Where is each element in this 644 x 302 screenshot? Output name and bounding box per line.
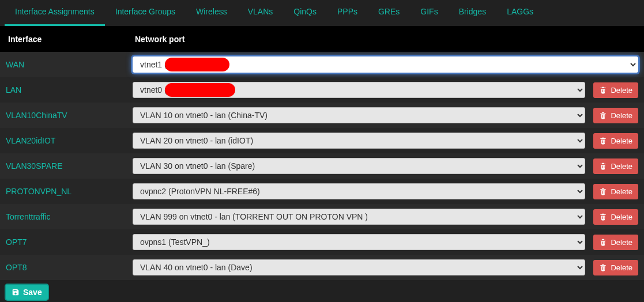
tab-interface-assignments[interactable]: Interface Assignments <box>5 0 105 26</box>
interface-link[interactable]: LAN <box>6 85 21 95</box>
trash-icon <box>599 187 607 195</box>
delete-button-label: Delete <box>611 187 632 196</box>
save-button-label: Save <box>23 288 42 297</box>
trash-icon <box>599 137 607 145</box>
interface-link[interactable]: VLAN30SPARE <box>6 161 63 171</box>
network-port-select[interactable]: ovpns1 (TestVPN_) <box>133 234 585 250</box>
tab-gres[interactable]: GREs <box>368 0 410 26</box>
table-row: LANvtnet0 (Delete <box>0 77 644 103</box>
table-row: TorrenttrafficVLAN 999 on vtnet0 - lan (… <box>0 204 644 229</box>
delete-button[interactable]: Delete <box>593 260 638 275</box>
interface-link[interactable]: PROTONVPN_NL <box>6 187 71 196</box>
delete-button[interactable]: Delete <box>593 209 638 225</box>
table-row: OPT8VLAN 40 on vtnet0 - lan (Dave)Delete <box>0 255 644 280</box>
delete-button[interactable]: Delete <box>593 82 638 98</box>
trash-icon <box>599 263 607 271</box>
delete-button[interactable]: Delete <box>593 133 638 149</box>
save-button[interactable]: Save <box>5 284 49 301</box>
network-port-select[interactable]: ovpnc2 (ProtonVPN NL-FREE#6) <box>133 183 585 199</box>
delete-button-label: Delete <box>611 86 632 95</box>
delete-button-label: Delete <box>611 162 632 171</box>
column-header-port: Network port <box>135 35 636 44</box>
delete-button-label: Delete <box>611 263 632 272</box>
delete-button[interactable]: Delete <box>593 108 638 123</box>
delete-button-label: Delete <box>611 238 632 247</box>
tab-laggs[interactable]: LAGGs <box>496 0 544 26</box>
save-icon <box>12 288 20 296</box>
table-header: Interface Network port <box>0 27 644 52</box>
tab-interface-groups[interactable]: Interface Groups <box>105 0 186 26</box>
network-port-select[interactable]: VLAN 999 on vtnet0 - lan (TORRENT OUT ON… <box>133 209 585 225</box>
table-row: WANvtnet1 ( <box>0 52 644 77</box>
interface-link[interactable]: WAN <box>6 60 24 69</box>
tabs-bar: Interface AssignmentsInterface GroupsWir… <box>0 0 644 27</box>
trash-icon <box>599 111 607 119</box>
network-port-select[interactable]: vtnet1 ( <box>133 56 638 73</box>
network-port-select[interactable]: VLAN 30 on vtnet0 - lan (Spare) <box>133 158 585 174</box>
tab-qinqs[interactable]: QinQs <box>283 0 327 26</box>
delete-button[interactable]: Delete <box>593 184 638 199</box>
tab-bridges[interactable]: Bridges <box>449 0 496 26</box>
trash-icon <box>599 162 607 170</box>
table-row: OPT7ovpns1 (TestVPN_)Delete <box>0 229 644 255</box>
network-port-select[interactable]: VLAN 40 on vtnet0 - lan (Dave) <box>133 259 585 275</box>
tab-vlans[interactable]: VLANs <box>238 0 284 26</box>
table-row: PROTONVPN_NLovpnc2 (ProtonVPN NL-FREE#6)… <box>0 179 644 204</box>
trash-icon <box>599 86 607 94</box>
tab-wireless[interactable]: Wireless <box>186 0 238 26</box>
interface-link[interactable]: Torrenttraffic <box>6 212 51 221</box>
network-port-select[interactable]: VLAN 20 on vtnet0 - lan (idIOT) <box>133 133 585 149</box>
table-row: VLAN20idIOTVLAN 20 on vtnet0 - lan (idIO… <box>0 128 644 153</box>
trash-icon <box>599 213 607 221</box>
table-row: VLAN10ChinaTVVLAN 10 on vtnet0 - lan (Ch… <box>0 103 644 128</box>
interface-link[interactable]: OPT8 <box>6 263 27 272</box>
interface-link[interactable]: VLAN10ChinaTV <box>6 111 67 120</box>
table-body: WANvtnet1 (LANvtnet0 (DeleteVLAN10ChinaT… <box>0 52 644 280</box>
interface-link[interactable]: VLAN20idIOT <box>6 136 55 145</box>
network-port-select[interactable]: VLAN 10 on vtnet0 - lan (China-TV) <box>133 107 585 123</box>
delete-button-label: Delete <box>611 111 632 120</box>
table-row: VLAN30SPAREVLAN 30 on vtnet0 - lan (Spar… <box>0 153 644 179</box>
tab-gifs[interactable]: GIFs <box>410 0 448 26</box>
delete-button-label: Delete <box>611 213 632 221</box>
column-header-interface: Interface <box>8 35 135 44</box>
trash-icon <box>599 238 607 246</box>
delete-button[interactable]: Delete <box>593 158 638 174</box>
tab-ppps[interactable]: PPPs <box>327 0 368 26</box>
network-port-select[interactable]: vtnet0 ( <box>133 82 585 98</box>
interface-link[interactable]: OPT7 <box>6 237 27 247</box>
delete-button-label: Delete <box>611 137 632 145</box>
delete-button[interactable]: Delete <box>593 235 638 250</box>
